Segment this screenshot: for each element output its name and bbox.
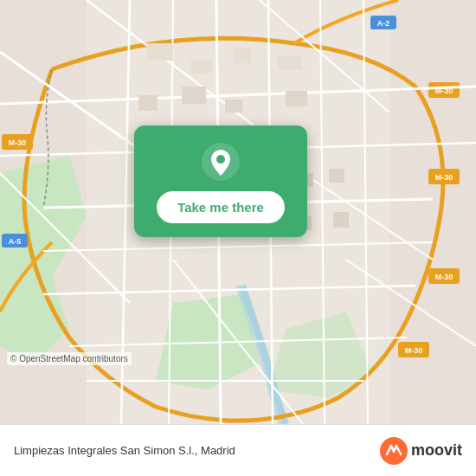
svg-rect-47 [286,91,307,106]
moovit-logo: moovit [380,437,462,465]
map-container: M-30 M-30 M-30 M-30 M-30 A-2 A-5 [0,0,476,424]
svg-rect-45 [182,87,206,104]
svg-rect-60 [333,212,349,228]
map-card: Take me there [134,125,307,237]
moovit-brand-text: moovit [411,441,462,460]
take-me-there-button[interactable]: Take me there [157,191,285,223]
svg-text:A-2: A-2 [377,19,390,28]
svg-rect-56 [329,169,344,183]
map-attribution: © OpenStreetMap contributors [7,352,132,365]
svg-text:A-5: A-5 [9,237,22,246]
svg-rect-43 [277,56,301,70]
bottom-bar: Limpiezas Integrales San Simon S.l., Mad… [0,424,476,476]
svg-rect-41 [190,61,212,74]
svg-rect-40 [147,43,173,61]
svg-text:M-30: M-30 [435,173,453,182]
moovit-brand-icon [380,437,408,465]
svg-text:M-30: M-30 [435,273,453,281]
svg-rect-42 [234,48,251,63]
location-label: Limpiezas Integrales San Simon S.l., Mad… [14,444,235,457]
svg-text:M-30: M-30 [405,346,423,355]
svg-rect-44 [138,95,158,111]
svg-text:M-30: M-30 [9,138,27,147]
location-pin-icon [202,143,240,181]
svg-rect-46 [225,100,242,113]
svg-point-62 [216,155,225,164]
